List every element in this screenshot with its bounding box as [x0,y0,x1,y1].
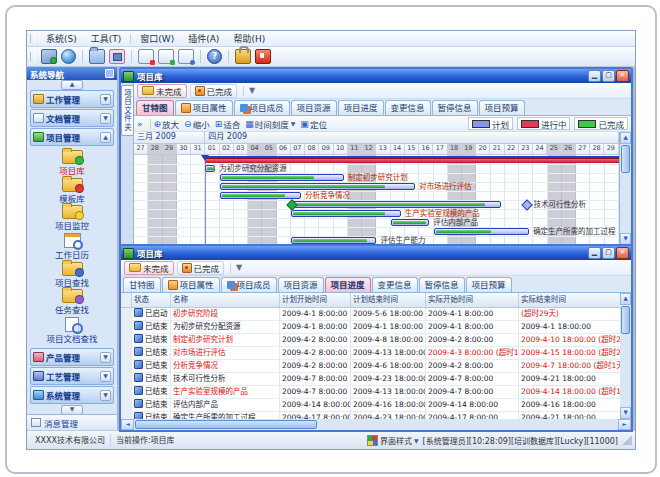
maximize-button[interactable]: ▢ [602,70,615,82]
tab-gantt-6[interactable]: 暂停信息 [432,100,478,115]
table-row[interactable]: 已结束制定初步研究计划2009-4-2 8:00:002009-4-8 18:0… [121,334,620,347]
tab-gantt-7[interactable]: 项目预算 [479,100,525,115]
sync-computer-icon[interactable] [41,49,57,64]
maximize-button[interactable]: ▢ [602,247,615,259]
help-icon[interactable]: ? [207,49,222,64]
resize-grip[interactable] [622,435,632,445]
scroll-up-arrow[interactable]: ▲ [620,132,631,144]
scroll-up-button[interactable]: ▲ [61,80,83,90]
table-row[interactable]: 已启动初步研究阶段2009-4-1 8:00:002009-5-6 18:00:… [121,308,620,321]
sidebar-group-craft[interactable]: 工艺管理▼ [30,367,114,385]
tab-gantt-0[interactable]: 甘特图 [136,100,174,115]
menu-item[interactable]: 系统(S) [39,31,84,46]
sidebar-item[interactable]: 任务查找 [27,289,117,315]
scroll-left-arrow[interactable]: ◄ [121,419,134,430]
tab-gantt-1[interactable]: 项目属性 [175,100,233,115]
gantt-vertical-scrollbar[interactable]: ▲ ▼ [620,132,631,245]
scroll-down-button[interactable]: ▼ [61,405,83,415]
column-header[interactable]: 实际结束时间 [519,293,620,307]
column-header[interactable]: 状态 [132,293,171,307]
gantt-task-bar[interactable] [220,192,301,199]
minimize-button[interactable]: ▁ [588,70,601,82]
current-folder-vertical-tab[interactable]: 项目文件夹 [121,85,134,136]
tab-progress-5[interactable]: 变更信息 [372,277,418,292]
mail-new-icon[interactable] [138,49,154,64]
folder-open-icon[interactable] [89,49,105,64]
menu-item[interactable]: 帮助(H) [226,31,272,46]
group-arrow-icon[interactable]: ▼ [100,113,111,124]
gantt-task-bar[interactable] [205,165,215,172]
menu-item[interactable]: 窗口(W) [133,31,181,46]
group-arrow-icon[interactable]: ▼ [100,352,111,363]
sidebar-item[interactable]: 模板库 [27,178,117,204]
summary-progress-bar[interactable] [205,158,619,163]
zoom-in-tool[interactable]: ⊕放大 [154,118,180,130]
scroll-thumb[interactable] [621,145,630,173]
column-header[interactable]: 计划开始时间 [280,293,351,307]
column-header[interactable]: 名称 [171,293,280,307]
tab-progress-4[interactable]: 项目进度 [325,277,371,292]
group-arrow-icon[interactable]: ▼ [100,390,111,401]
filter-unfinished-button[interactable]: 未完成 [124,261,174,275]
filter-more-button[interactable]: ▼ [236,263,242,272]
gantt-task-bar[interactable] [220,183,415,190]
fit-tool[interactable]: ⊞适合 [215,118,241,130]
scroll-up-arrow[interactable]: ▲ [620,293,631,305]
gantt-task-bar[interactable] [291,210,401,217]
table-row[interactable]: 已结束对市场进行评估2009-4-2 8:00:002009-4-13 18:0… [121,347,620,360]
tab-gantt-2[interactable]: 项目成员 [234,100,290,115]
table-horizontal-scrollbar[interactable]: ◄ ► [121,419,631,430]
gantt-task-bar[interactable] [291,201,501,208]
filter-more-button[interactable]: ▼ [249,86,255,95]
locate-tool[interactable]: ▣定位 [300,118,327,130]
tab-gantt-3[interactable]: 项目资源 [291,100,337,115]
sidebar-item[interactable]: 项目监控 [27,205,117,231]
sidebar-group-work[interactable]: 工作管理▼ [30,90,114,108]
scroll-thumb[interactable] [135,420,317,429]
column-header[interactable]: 计划结束时间 [351,293,426,307]
pin-icon[interactable] [105,69,114,78]
toolbar-overflow-button[interactable]: » [137,119,143,129]
group-arrow-icon[interactable]: ▼ [100,371,111,382]
zoom-out-tool[interactable]: ⊖缩小 [184,118,210,130]
sidebar-group-project[interactable]: 项目管理▲ [30,128,114,146]
close-button[interactable]: ✕ [616,70,629,82]
sidebar-item[interactable]: 项目文档查找 [27,317,117,344]
window2-titlebar[interactable]: 项目库 ▁ ▢ ✕ [121,246,631,260]
tab-progress-2[interactable]: 项目成员 [221,277,277,292]
minimize-button[interactable]: ▁ [588,247,601,259]
gantt-task-bar[interactable] [220,174,344,181]
group-arrow-icon[interactable]: ▼ [100,94,111,105]
close-button[interactable]: ✕ [616,247,629,259]
filter-finished-button[interactable]: 已完成 [177,261,225,275]
table-row[interactable]: 已结束评估内部产品2009-4-14 8:00:002009-4-16 18:0… [121,399,620,412]
sidebar-tab-messages[interactable]: 消息管理 [27,414,117,430]
tab-gantt-4[interactable]: 项目进度 [338,100,384,115]
sidebar-item[interactable]: 项目查找 [27,262,117,288]
sidebar-item[interactable]: 工作日历 [27,233,117,260]
style-selector[interactable]: 界面样式 [380,435,412,446]
tab-progress-3[interactable]: 项目资源 [278,277,324,292]
mail-user-icon[interactable] [178,49,194,64]
table-row[interactable]: 已结束分析竞争情况2009-4-2 8:00:002009-4-6 18:00:… [121,360,620,373]
scroll-thumb[interactable] [621,306,630,334]
filter-finished-button[interactable]: 已完成 [190,84,238,98]
gantt-task-bar[interactable] [291,237,377,244]
tab-gantt-5[interactable]: 变更信息 [385,100,431,115]
tab-progress-7[interactable]: 项目预算 [466,277,512,292]
filter-unfinished-button[interactable]: 未完成 [137,84,187,98]
gantt-task-bar[interactable] [434,228,530,235]
table-row[interactable]: 已结束确定生产所需的加工过程2009-4-17 8:00:002009-4-23… [121,412,620,419]
tab-progress-0[interactable]: 甘特图 [123,277,161,292]
table-vertical-scrollbar[interactable]: ▲ ▼ [620,293,631,419]
scroll-down-arrow[interactable]: ▼ [620,407,631,419]
sidebar-item[interactable]: 项目库 [27,150,117,176]
tab-progress-6[interactable]: 暂停信息 [419,277,465,292]
tab-progress-1[interactable]: 项目属性 [162,277,220,292]
sidebar-group-product[interactable]: 产品管理▼ [30,348,114,366]
column-header[interactable]: 实际开始时间 [426,293,519,307]
folder-save-icon[interactable] [109,49,125,64]
group-arrow-icon[interactable]: ▲ [100,132,111,143]
chevron-down-icon[interactable]: ▼ [414,437,419,444]
table-row[interactable]: 已结束技术可行性分析2009-4-7 8:00:002009-4-23 18:0… [121,373,620,386]
